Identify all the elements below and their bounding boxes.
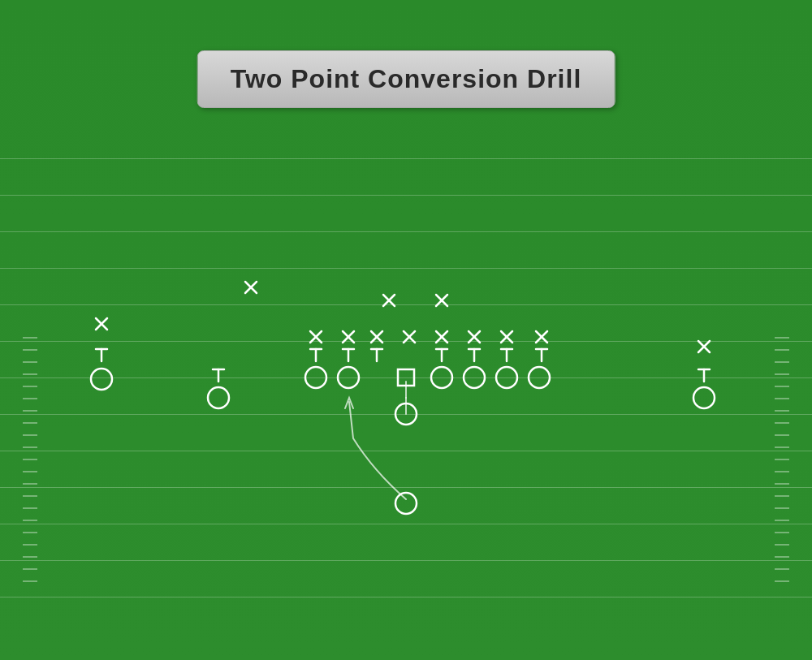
svg-point-54 (464, 367, 485, 388)
svg-point-56 (529, 367, 550, 388)
play-diagram (0, 0, 812, 660)
football-field: Two Point Conversion Drill (0, 0, 812, 660)
svg-point-51 (338, 367, 359, 388)
svg-point-59 (395, 493, 417, 514)
svg-point-53 (431, 367, 452, 388)
svg-point-55 (496, 367, 517, 388)
svg-point-48 (91, 369, 112, 390)
svg-point-57 (693, 387, 715, 408)
svg-point-50 (305, 367, 326, 388)
svg-point-49 (208, 387, 229, 408)
